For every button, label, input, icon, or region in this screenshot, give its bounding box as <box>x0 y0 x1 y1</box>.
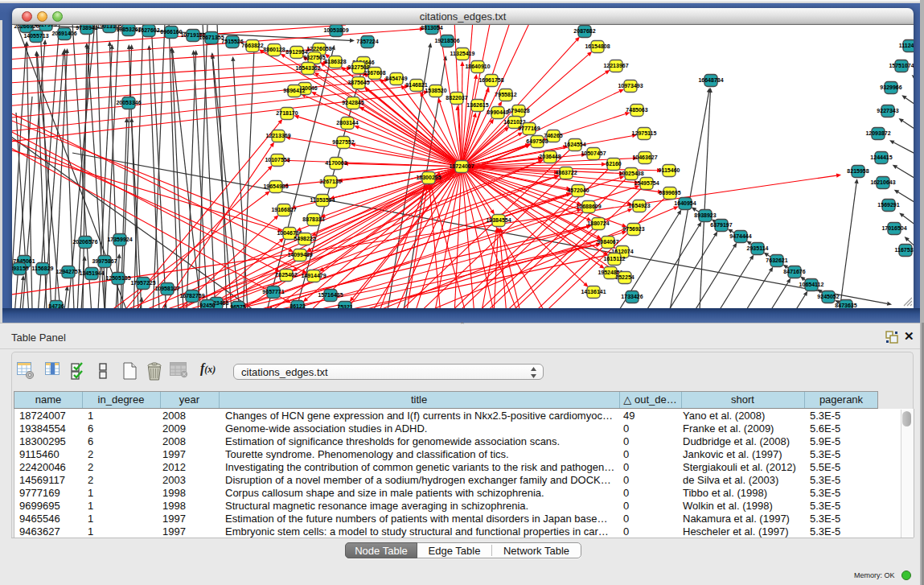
svg-text:1733426: 1733426 <box>621 294 643 299</box>
svg-text:4863722: 4863722 <box>555 170 577 175</box>
svg-text:2803144: 2803144 <box>336 120 358 126</box>
svg-text:8822037: 8822037 <box>446 95 467 101</box>
svg-text:14099489: 14099489 <box>287 252 312 257</box>
svg-text:9777169: 9777169 <box>518 126 540 131</box>
svg-text:8912954: 8912954 <box>285 49 307 55</box>
svg-text:6966160: 6966160 <box>160 29 182 35</box>
svg-text:19166827: 19166827 <box>271 207 296 212</box>
svg-text:1624554: 1624554 <box>564 142 585 147</box>
svg-text:7625402: 7625402 <box>275 272 297 278</box>
svg-text:16961758: 16961758 <box>478 77 503 83</box>
svg-text:1880724: 1880724 <box>587 220 609 226</box>
svg-text:8471676: 8471676 <box>783 269 805 274</box>
svg-text:19654985: 19654985 <box>263 183 288 189</box>
svg-text:14136141: 14136141 <box>581 289 606 295</box>
svg-text:4170063: 4170063 <box>325 160 347 166</box>
svg-text:15495754: 15495754 <box>634 180 659 186</box>
svg-text:1527602: 1527602 <box>138 27 159 33</box>
svg-text:17359924: 17359924 <box>107 237 132 242</box>
svg-text:1569291: 1569291 <box>877 202 899 208</box>
svg-text:8186328: 8186328 <box>324 59 346 64</box>
svg-text:8454749: 8454749 <box>385 76 407 81</box>
svg-text:9474444: 9474444 <box>729 233 751 239</box>
svg-text:18640910: 18640910 <box>465 64 490 69</box>
svg-text:8938923: 8938923 <box>694 212 716 218</box>
svg-text:8990448: 8990448 <box>487 109 508 115</box>
svg-text:1654923: 1654923 <box>628 203 650 208</box>
svg-text:9329966: 9329966 <box>880 84 901 90</box>
svg-text:11353594: 11353594 <box>310 197 335 203</box>
svg-text:12942757: 12942757 <box>55 269 80 274</box>
svg-text:19218506: 19218506 <box>434 38 459 43</box>
svg-text:3267130: 3267130 <box>319 179 341 184</box>
svg-text:15751074: 15751074 <box>889 63 914 68</box>
svg-text:9084067: 9084067 <box>597 239 618 245</box>
svg-text:9245052: 9245052 <box>817 294 839 299</box>
svg-text:3875645: 3875645 <box>347 80 369 85</box>
svg-text:14055713: 14055713 <box>23 33 48 39</box>
svg-text:4572040: 4572040 <box>567 187 589 193</box>
svg-text:9738942: 9738942 <box>76 25 97 31</box>
svg-text:8878334: 8878334 <box>302 216 324 222</box>
svg-text:10973493: 10973493 <box>618 83 643 89</box>
svg-text:1156829: 1156829 <box>32 266 54 271</box>
svg-text:2367608: 2367608 <box>363 70 385 76</box>
svg-text:8473635: 8473635 <box>835 303 856 308</box>
svg-text:393159: 393159 <box>12 266 29 271</box>
svg-text:7485063: 7485063 <box>626 107 647 113</box>
svg-text:2036448: 2036448 <box>539 154 561 159</box>
svg-text:252254: 252254 <box>615 274 634 280</box>
svg-text:11325419: 11325419 <box>450 51 475 56</box>
svg-text:39975867: 39975867 <box>92 258 117 264</box>
svg-text:1112473: 1112473 <box>899 43 914 48</box>
svg-text:13451944: 13451944 <box>79 270 104 276</box>
svg-text:1538520: 1538520 <box>425 88 446 93</box>
svg-text:10463627: 10463627 <box>632 154 657 160</box>
svg-text:7632621: 7632621 <box>766 257 787 263</box>
svg-text:18724007: 18724007 <box>449 163 474 169</box>
svg-text:9242845: 9242845 <box>342 100 363 105</box>
svg-text:16782759: 16782759 <box>179 293 204 299</box>
svg-text:10025438: 10025438 <box>618 171 643 176</box>
svg-text:6899695: 6899695 <box>659 190 680 196</box>
svg-text:15716485: 15716485 <box>318 292 343 298</box>
svg-text:2935114: 2935114 <box>747 245 769 251</box>
svg-text:17957225: 17957225 <box>130 280 155 286</box>
svg-text:9327505: 9327505 <box>303 55 325 60</box>
svg-text:10688609: 10688609 <box>576 204 601 209</box>
svg-text:746265: 746265 <box>544 133 562 138</box>
svg-text:12093872: 12093872 <box>865 130 890 136</box>
svg-text:9227343: 9227343 <box>877 108 898 113</box>
svg-text:12975115: 12975115 <box>632 130 657 136</box>
svg-text:10107553: 10107553 <box>265 157 290 163</box>
svg-text:5498222: 5498222 <box>294 236 315 241</box>
svg-text:8813054: 8813054 <box>421 25 442 31</box>
svg-text:10958107: 10958107 <box>154 286 179 291</box>
svg-text:20691406: 20691406 <box>51 31 76 36</box>
svg-text:7663822: 7663822 <box>241 43 263 48</box>
svg-text:6879197: 6879197 <box>710 222 732 228</box>
svg-text:1621022: 1621022 <box>503 119 525 125</box>
svg-text:7357224: 7357224 <box>356 39 378 44</box>
svg-text:16154808: 16154808 <box>585 43 610 49</box>
svg-text:92450: 92450 <box>199 303 216 308</box>
svg-text:1167533: 1167533 <box>895 247 914 253</box>
svg-text:12213369: 12213369 <box>265 133 290 138</box>
svg-text:8527973: 8527973 <box>35 25 56 27</box>
svg-text:9827552: 9827552 <box>332 139 354 145</box>
svg-text:62160: 62160 <box>606 161 622 167</box>
svg-text:1362615: 1362615 <box>466 102 488 108</box>
svg-text:18300295: 18300295 <box>416 175 441 180</box>
svg-text:10507457: 10507457 <box>581 150 606 156</box>
svg-text:19384554: 19384554 <box>486 217 511 223</box>
svg-text:9327508: 9327508 <box>347 64 369 70</box>
svg-text:14914479: 14914479 <box>301 273 326 278</box>
svg-text:7515526: 7515526 <box>221 39 243 44</box>
svg-text:12213967: 12213967 <box>603 63 628 68</box>
svg-text:9896412: 9896412 <box>283 88 305 93</box>
svg-text:2087682: 2087682 <box>573 28 595 34</box>
svg-text:12226058: 12226058 <box>306 46 331 51</box>
svg-text:16543362: 16543362 <box>295 65 320 71</box>
svg-text:1615112: 1615112 <box>604 256 626 262</box>
svg-text:20053346: 20053346 <box>116 100 141 105</box>
